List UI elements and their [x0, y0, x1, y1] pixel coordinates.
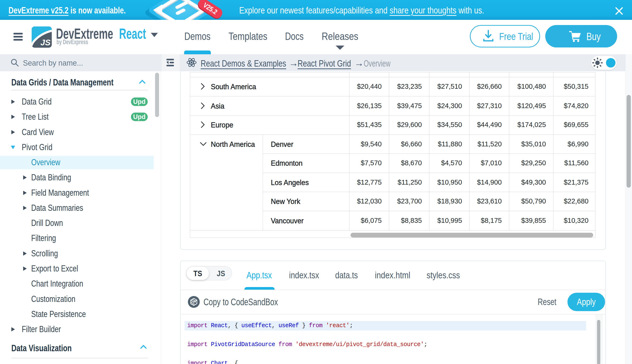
- svg-text:JS: JS: [40, 38, 51, 47]
